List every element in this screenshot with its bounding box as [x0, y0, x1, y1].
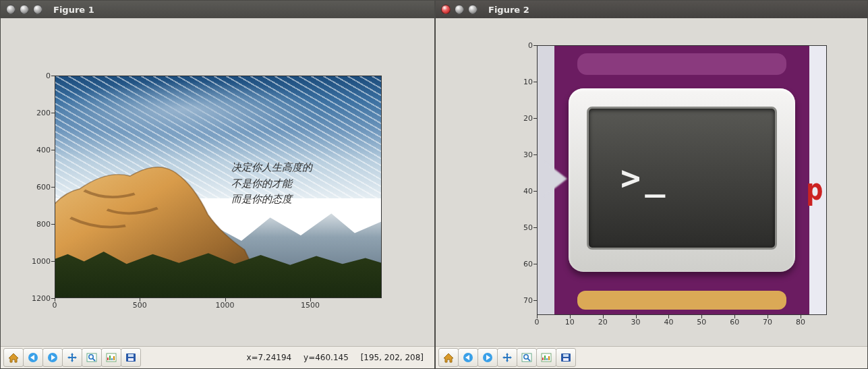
svg-rect-12 [128, 358, 134, 361]
poem-line-1: 决定你人生高度的 [231, 160, 312, 175]
plot-canvas-1[interactable]: 决定你人生高度的 不是你的才能 而是你的态度 02004006008001000… [1, 18, 434, 346]
minimize-icon[interactable] [455, 5, 464, 14]
poem-line-3: 而是你的态度 [231, 192, 312, 207]
pan-button[interactable] [497, 348, 517, 367]
svg-rect-11 [128, 354, 134, 357]
zoom-button[interactable] [517, 348, 537, 367]
back-button[interactable] [23, 348, 43, 367]
mpl-toolbar-1: x=7.24194 y=460.145 [195, 202, 208] [1, 346, 434, 368]
svg-rect-24 [563, 354, 569, 357]
axes-figure-1[interactable]: 决定你人生高度的 不是你的才能 而是你的态度 02004006008001000… [55, 76, 382, 298]
home-button[interactable] [438, 348, 459, 367]
indicator-triangle-icon [544, 161, 567, 196]
cursor-status: x=7.24194 y=460.145 [195, 202, 208] [237, 353, 424, 362]
configure-subplots-button[interactable] [536, 348, 556, 367]
poem-overlay: 决定你人生高度的 不是你的才能 而是你的态度 [231, 160, 312, 207]
zoom-button[interactable] [82, 348, 102, 367]
window-title: Figure 2 [488, 5, 529, 15]
minimize-icon[interactable] [20, 5, 29, 14]
close-icon[interactable] [441, 5, 451, 14]
window-figure-2: Figure 2 >_ p [435, 0, 868, 369]
pan-button[interactable] [62, 348, 82, 367]
svg-rect-25 [563, 358, 569, 361]
p-glyph: p [807, 172, 823, 206]
window-title: Figure 1 [53, 5, 94, 15]
close-icon[interactable] [6, 5, 16, 14]
forward-button[interactable] [478, 348, 498, 367]
mpl-toolbar-2 [436, 346, 867, 368]
axes-figure-2[interactable]: >_ p 01020304050607001020304050607080 [537, 45, 827, 315]
status-rgb: [195, 202, 208] [361, 353, 424, 362]
terminal-prompt-icon: >_ [620, 159, 669, 198]
maximize-icon[interactable] [33, 5, 42, 14]
titlebar-figure-1[interactable]: Figure 1 [1, 1, 434, 18]
forward-button[interactable] [42, 348, 63, 367]
configure-subplots-button[interactable] [101, 348, 121, 367]
terminal-icon-image: >_ p [537, 45, 827, 315]
home-button[interactable] [3, 348, 24, 367]
status-x: x=7.24194 [246, 353, 291, 362]
maximize-icon[interactable] [468, 5, 478, 14]
terminal-frame: >_ [569, 88, 794, 272]
poem-line-2: 不是你的才能 [231, 176, 312, 192]
back-button[interactable] [458, 348, 478, 367]
status-y: y=460.145 [303, 353, 349, 362]
terminal-screen: >_ [587, 107, 777, 250]
save-button[interactable] [556, 348, 576, 367]
save-button[interactable] [121, 348, 141, 367]
plot-canvas-2[interactable]: >_ p 01020304050607001020304050607080 [436, 18, 867, 346]
window-figure-1: Figure 1 [0, 0, 435, 369]
mountain-photo: 决定你人生高度的 不是你的才能 而是你的态度 [55, 76, 382, 298]
titlebar-figure-2[interactable]: Figure 2 [436, 1, 867, 18]
